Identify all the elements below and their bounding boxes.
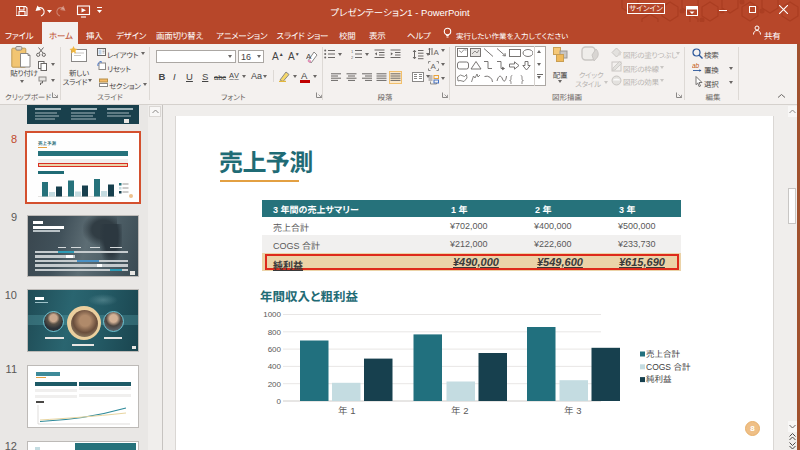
svg-text:A: A [431,62,437,71]
svg-text:800: 800 [268,328,282,337]
svg-text:A: A [306,52,312,61]
svg-text:1000: 1000 [263,310,281,319]
svg-text:年 2: 年 2 [451,405,468,416]
svg-text:1: 1 [351,49,354,54]
svg-text:2: 2 [351,55,354,60]
svg-text:ab: ab [692,62,700,69]
svg-text:年 3: 年 3 [564,405,581,416]
svg-text:600: 600 [268,345,282,354]
svg-text:年 1: 年 1 [338,405,355,416]
svg-text:0: 0 [277,397,282,406]
svg-text:A: A [434,48,440,56]
svg-text:200: 200 [268,380,282,389]
svg-text:400: 400 [268,362,282,371]
